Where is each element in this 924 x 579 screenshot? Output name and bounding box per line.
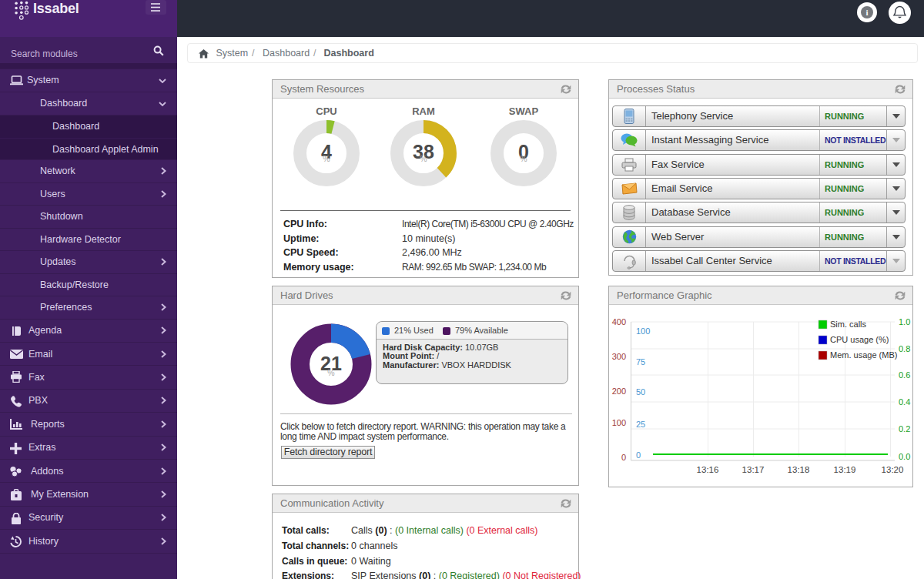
svg-text:400: 400 (612, 317, 626, 326)
svg-text:13:20: 13:20 (882, 465, 904, 474)
svg-text:75: 75 (636, 357, 645, 366)
svg-text:Sim. calls: Sim. calls (830, 320, 867, 329)
svg-text:100: 100 (612, 418, 626, 427)
svg-text:25: 25 (636, 420, 645, 429)
svg-text:13:18: 13:18 (788, 465, 810, 474)
svg-text:13:17: 13:17 (742, 465, 765, 474)
svg-text:200: 200 (612, 387, 626, 396)
svg-text:13:16: 13:16 (697, 465, 719, 474)
svg-text:50: 50 (636, 387, 645, 397)
svg-text:CPU usage (%): CPU usage (%) (830, 335, 889, 344)
svg-text:0.4: 0.4 (899, 397, 910, 407)
svg-text:0: 0 (636, 450, 641, 460)
svg-text:300: 300 (612, 352, 626, 361)
svg-text:0.6: 0.6 (899, 370, 910, 380)
svg-text:0.8: 0.8 (899, 344, 910, 353)
svg-text:0.2: 0.2 (899, 424, 910, 433)
svg-text:0: 0 (621, 453, 626, 462)
svg-text:1.0: 1.0 (899, 317, 910, 326)
svg-text:100: 100 (636, 326, 650, 336)
svg-text:0.0: 0.0 (899, 452, 910, 461)
svg-text:13:19: 13:19 (834, 465, 856, 474)
svg-text:Mem. usage (MB): Mem. usage (MB) (830, 350, 897, 360)
